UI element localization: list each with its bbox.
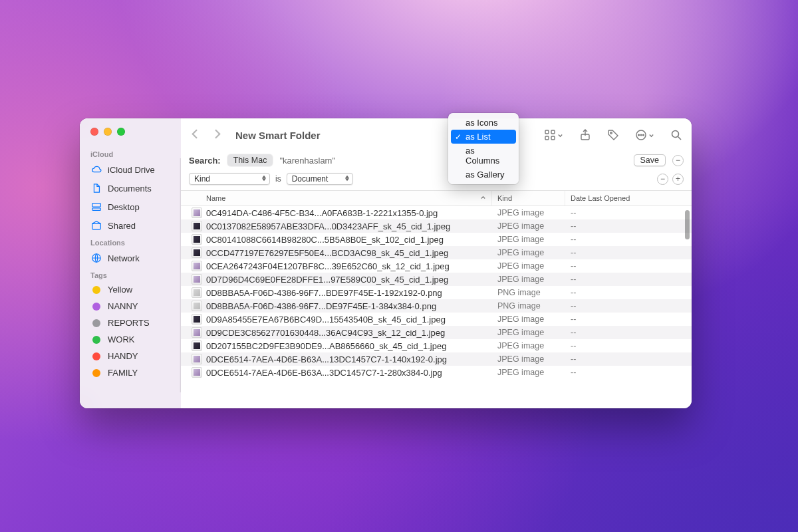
file-row[interactable]: 0D9A85455E7EA67B6BC49D...15543540B_sk_45…	[181, 313, 692, 326]
file-kind: JPEG image	[492, 208, 565, 217]
remove-search-button[interactable]: −	[672, 155, 684, 166]
svg-rect-1	[92, 208, 100, 211]
file-kind: JPEG image	[492, 261, 565, 271]
file-name: 0C4914DA-C486-4F5C-B34...A0FA683B-1-2221…	[206, 208, 438, 218]
scope-user[interactable]: "karenhaslam"	[279, 156, 335, 166]
tags-button[interactable]	[607, 129, 619, 141]
criteria-value-select[interactable]: Document	[287, 173, 353, 185]
file-kind: PNG image	[492, 288, 565, 297]
column-header-name[interactable]: Name	[181, 191, 492, 205]
svg-rect-0	[92, 203, 100, 207]
file-name: 0C0137082E58957ABE33DFA...0D3423AFF_sk_4…	[206, 221, 450, 231]
column-header-row: Name Kind Date Last Opened	[181, 191, 692, 206]
file-date: --	[565, 275, 692, 284]
tag-dot-icon	[92, 369, 100, 377]
file-thumbnail-icon	[192, 287, 202, 298]
sidebar-item-work[interactable]: WORK	[80, 331, 181, 348]
sidebar-section-locations: Locations	[80, 235, 181, 249]
sidebar-item-handy[interactable]: HANDY	[80, 348, 181, 364]
doc-icon	[90, 182, 102, 194]
sidebar-item-documents[interactable]: Documents	[80, 179, 181, 198]
file-date: --	[565, 368, 692, 377]
file-thumbnail-icon	[192, 234, 202, 245]
file-name: 0D9CDE3C85627701630448...36AC94C93_sk_12…	[206, 328, 445, 338]
sidebar-item-label: HANDY	[108, 351, 138, 361]
view-menu-item-as-columns[interactable]: as Columns	[451, 144, 516, 168]
sort-chevron-icon	[480, 194, 486, 202]
column-header-date[interactable]: Date Last Opened	[565, 191, 692, 205]
file-row[interactable]: 0DCE6514-7AEA-4D6E-B63A...13DC1457C7-1-1…	[181, 352, 692, 366]
sidebar-item-nanny[interactable]: NANNY	[80, 298, 181, 315]
column-header-kind[interactable]: Kind	[492, 191, 565, 205]
file-thumbnail-icon	[192, 354, 202, 364]
cloud-icon	[90, 164, 102, 176]
file-row[interactable]: 0DCE6514-7AEA-4D6E-B63A...3DC1457C7-1-28…	[181, 366, 692, 379]
file-thumbnail-icon	[192, 367, 202, 378]
file-row[interactable]: 0CEA2647243F04E1207BF8C...39E652C60_sk_1…	[181, 259, 692, 273]
share-button[interactable]	[579, 129, 591, 141]
file-row[interactable]: 0D207155BC2D9FE3B90DE9...AB8656660_sk_45…	[181, 339, 692, 352]
tag-dot-icon	[92, 286, 100, 294]
forward-button[interactable]	[212, 129, 222, 142]
checkmark-icon: ✓	[455, 132, 462, 142]
sidebar-item-family[interactable]: FAMILY	[80, 364, 181, 381]
remove-criteria-button[interactable]: −	[657, 174, 668, 185]
file-date: --	[565, 354, 692, 364]
file-kind: PNG image	[492, 301, 565, 311]
add-criteria-button[interactable]: +	[672, 174, 684, 185]
search-button[interactable]	[670, 129, 682, 141]
sidebar-section-icloud: iCloud	[80, 146, 181, 160]
file-row[interactable]: 0C80141088C6614B98280C...5B5A8B0E_sk_102…	[181, 233, 692, 246]
file-date: --	[565, 248, 692, 257]
file-row[interactable]: 0D8BBA5A-F06D-4386-96F7...DE97F45E-1-384…	[181, 299, 692, 313]
sidebar-item-label: REPORTS	[108, 318, 150, 328]
svg-rect-3	[545, 130, 549, 134]
close-button[interactable]	[90, 128, 98, 136]
file-row[interactable]: 0D9CDE3C85627701630448...36AC94C93_sk_12…	[181, 326, 692, 339]
file-list[interactable]: 0C4914DA-C486-4F5C-B34...A0FA683B-1-2221…	[181, 206, 692, 408]
file-row[interactable]: 0D8BBA5A-F06D-4386-96F7...BDE97F45E-1-19…	[181, 286, 692, 299]
view-menu-item-as-list[interactable]: ✓as List	[451, 130, 516, 144]
back-button[interactable]	[190, 129, 200, 142]
scope-this-mac[interactable]: This Mac	[227, 154, 273, 166]
minimize-button[interactable]	[104, 128, 112, 136]
sidebar-item-label: iCloud Drive	[108, 165, 155, 175]
view-menu-item-as-gallery[interactable]: as Gallery	[451, 168, 516, 182]
file-row[interactable]: 0C4914DA-C486-4F5C-B34...A0FA683B-1-2221…	[181, 206, 692, 219]
file-kind: JPEG image	[492, 315, 565, 324]
sidebar-item-shared[interactable]: Shared	[80, 216, 181, 235]
file-row[interactable]: 0CCD477197E76297E5F50E4...BCD3AC98_sk_45…	[181, 246, 692, 259]
scrollbar-thumb[interactable]	[685, 210, 690, 239]
file-kind: JPEG image	[492, 341, 565, 350]
zoom-button[interactable]	[117, 128, 125, 136]
sidebar-item-desktop[interactable]: Desktop	[80, 198, 181, 216]
svg-point-8	[610, 132, 612, 134]
svg-rect-5	[545, 136, 549, 140]
sidebar-item-label: NANNY	[108, 301, 138, 311]
file-date: --	[565, 221, 692, 231]
sidebar-item-icloud-drive[interactable]: iCloud Drive	[80, 160, 181, 179]
view-menu-item-as-icons[interactable]: as Icons	[451, 116, 516, 130]
file-row[interactable]: 0D7D96D4C69E0FE28DFFE1...97E589C00_sk_45…	[181, 273, 692, 286]
file-name: 0D7D96D4C69E0FE28DFFE1...97E589C00_sk_45…	[206, 275, 448, 285]
sidebar-item-network[interactable]: Network	[80, 249, 181, 267]
sidebar-item-label: FAMILY	[108, 368, 138, 378]
main-pane: New Smart Folder Search: This Mac "karen…	[181, 118, 692, 408]
sidebar-section-tags: Tags	[80, 267, 181, 281]
sidebar-item-reports[interactable]: REPORTS	[80, 315, 181, 331]
sidebar-item-label: WORK	[108, 334, 134, 344]
svg-point-10	[638, 134, 640, 136]
file-name: 0D207155BC2D9FE3B90DE9...AB8656660_sk_45…	[206, 341, 446, 351]
file-kind: JPEG image	[492, 248, 565, 257]
criteria-attribute-select[interactable]: Kind	[189, 173, 270, 185]
file-kind: JPEG image	[492, 235, 565, 244]
view-mode-menu: as Icons✓as Listas Columnsas Gallery	[448, 113, 519, 184]
svg-point-11	[640, 134, 642, 136]
sidebar-item-label: Yellow	[108, 285, 132, 295]
save-button[interactable]: Save	[634, 154, 666, 166]
group-button[interactable]	[544, 129, 563, 141]
file-row[interactable]: 0C0137082E58957ABE33DFA...0D3423AFF_sk_4…	[181, 219, 692, 233]
action-button[interactable]	[635, 129, 654, 141]
sidebar-item-yellow[interactable]: Yellow	[80, 281, 181, 298]
tag-dot-icon	[92, 352, 100, 360]
